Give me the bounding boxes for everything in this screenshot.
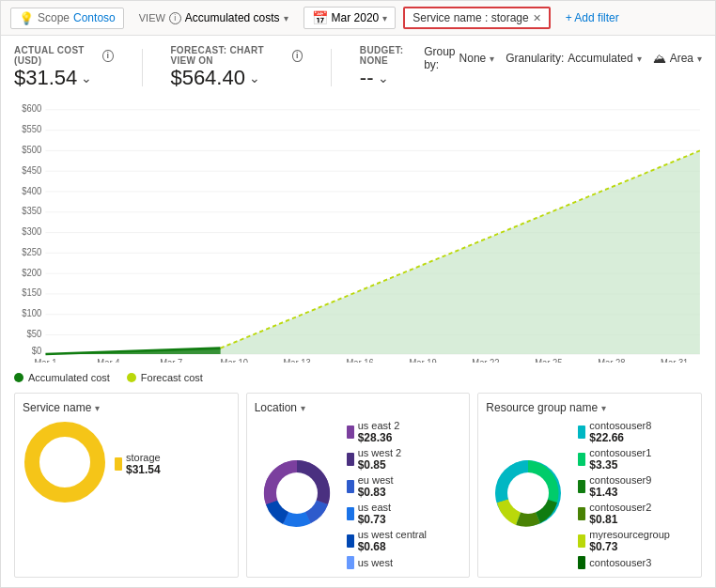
granularity-control[interactable]: Granularity: Accumulated ▾ bbox=[506, 52, 641, 65]
resource-group-caret: ▾ bbox=[601, 403, 606, 413]
rg-entry-user1: contosouser1 $3.35 bbox=[578, 447, 670, 472]
chart-svg: $600 $550 $500 $450 $400 $350 $300 $250 … bbox=[14, 98, 702, 363]
main-container: 💡 Scope Contoso VIEW i Accumulated costs… bbox=[0, 0, 716, 588]
forecast-legend-label: Forecast cost bbox=[141, 372, 203, 383]
loc-entry-uswest2: us west 2 $0.85 bbox=[347, 447, 427, 472]
svg-text:$550: $550 bbox=[22, 122, 41, 134]
user1-label: contosouser1 bbox=[589, 447, 651, 458]
svg-text:$300: $300 bbox=[22, 224, 41, 237]
location-header[interactable]: Location ▾ bbox=[255, 401, 462, 414]
calendar-icon: 📅 bbox=[312, 10, 328, 25]
service-name-header[interactable]: Service name ▾ bbox=[23, 401, 230, 414]
loc-entry-useast2: us east 2 $28.36 bbox=[347, 420, 427, 444]
view-type-caret: ▾ bbox=[697, 54, 702, 64]
svg-point-42 bbox=[507, 472, 549, 514]
filter-close-icon[interactable]: ✕ bbox=[533, 12, 541, 24]
useast-label: us east bbox=[358, 502, 391, 513]
resource-donut bbox=[486, 451, 570, 538]
forecast-value: $564.40 ⌄ bbox=[170, 66, 303, 90]
view-caret: ▾ bbox=[284, 13, 288, 23]
svg-text:Mar 7: Mar 7 bbox=[160, 356, 182, 363]
chart-legend: Accumulated cost Forecast cost bbox=[14, 368, 702, 387]
svg-text:Mar 10: Mar 10 bbox=[221, 356, 248, 363]
location-caret: ▾ bbox=[301, 403, 305, 413]
rg-entry-user8: contosouser8 $22.66 bbox=[578, 420, 670, 444]
service-name-card: Service name ▾ storage bbox=[14, 393, 239, 578]
storage-color bbox=[115, 457, 122, 471]
euwest-amount: $0.83 bbox=[358, 486, 394, 499]
resource-group-header[interactable]: Resource group name ▾ bbox=[486, 401, 693, 414]
forecast-area bbox=[45, 150, 699, 354]
svg-text:$450: $450 bbox=[22, 163, 41, 176]
view-selector[interactable]: VIEW i Accumulated costs ▾ bbox=[132, 8, 296, 27]
add-filter-label: + Add filter bbox=[566, 11, 619, 24]
svg-text:$200: $200 bbox=[22, 266, 41, 278]
user2-label: contosouser2 bbox=[589, 502, 651, 513]
add-filter-button[interactable]: + Add filter bbox=[558, 8, 627, 27]
view-value: Accumulated costs bbox=[185, 11, 280, 24]
forecast-label: FORECAST: CHART VIEW ON i bbox=[170, 45, 303, 66]
useast2-amount: $28.36 bbox=[358, 431, 400, 444]
accumulated-dot bbox=[14, 373, 23, 382]
loc-entry-uswest: us west bbox=[347, 556, 427, 569]
svg-point-38 bbox=[44, 441, 86, 483]
view-type-control[interactable]: ⛰ Area ▾ bbox=[653, 51, 702, 66]
service-name-title: Service name bbox=[23, 401, 91, 414]
y-axis: $600 $550 $500 $450 $400 $350 $300 $250 … bbox=[22, 101, 41, 356]
svg-text:Mar 4: Mar 4 bbox=[97, 356, 119, 363]
user1-color bbox=[578, 453, 585, 466]
group-by-value: None bbox=[459, 52, 487, 65]
user9-color bbox=[578, 480, 585, 493]
user3-label: contosouser3 bbox=[589, 557, 651, 568]
chart-controls: Group by: None ▾ Granularity: Accumulate… bbox=[424, 45, 702, 71]
uswest2-color bbox=[347, 453, 354, 466]
actual-info-icon[interactable]: i bbox=[102, 50, 113, 62]
user2-color bbox=[578, 507, 585, 520]
budget-label: BUDGET: NONE bbox=[360, 45, 424, 66]
legend-forecast: Forecast cost bbox=[127, 372, 203, 383]
user3-color bbox=[578, 556, 585, 569]
service-donut bbox=[23, 420, 107, 507]
area-chart-icon: ⛰ bbox=[653, 51, 666, 66]
svg-point-40 bbox=[276, 472, 318, 514]
loc-entry-euwest: eu west $0.83 bbox=[347, 474, 427, 499]
user8-amount: $22.66 bbox=[589, 431, 651, 444]
main-content: ACTUAL COST (USD) i $31.54 ⌄ FORECAST: C… bbox=[1, 36, 715, 587]
loc-entry-useast: us east $0.73 bbox=[347, 502, 427, 526]
service-legend-list: storage $31.54 bbox=[115, 452, 161, 476]
resource-group-card: Resource group name ▾ bbox=[477, 393, 702, 578]
group-by-caret: ▾ bbox=[490, 54, 494, 64]
cards-row: Service name ▾ storage bbox=[14, 393, 702, 578]
service-name-caret: ▾ bbox=[95, 403, 100, 413]
metric-divider2 bbox=[331, 49, 332, 86]
location-content: us east 2 $28.36 us west 2 $0.85 bbox=[255, 420, 462, 569]
scope-label: Scope bbox=[38, 11, 70, 24]
euwest-color bbox=[347, 480, 354, 493]
forecast-caret: ⌄ bbox=[249, 70, 260, 85]
user9-amount: $1.43 bbox=[589, 486, 651, 499]
view-info-icon[interactable]: i bbox=[169, 12, 181, 24]
rg-entry-user2: contosouser2 $0.81 bbox=[578, 502, 670, 526]
svg-text:$350: $350 bbox=[22, 204, 41, 216]
date-selector[interactable]: 📅 Mar 2020 ▾ bbox=[304, 7, 397, 29]
useast2-label: us east 2 bbox=[358, 420, 400, 431]
date-caret: ▾ bbox=[382, 13, 387, 23]
user1-amount: $3.35 bbox=[589, 458, 651, 472]
scope-selector[interactable]: 💡 Scope Contoso bbox=[10, 8, 124, 29]
user8-label: contosouser8 bbox=[589, 420, 651, 431]
filter-label: Service name : storage bbox=[412, 11, 528, 24]
actual-cost-label: ACTUAL COST (USD) i bbox=[14, 45, 114, 66]
active-filter[interactable]: Service name : storage ✕ bbox=[403, 7, 550, 29]
view-label: VIEW bbox=[139, 12, 165, 23]
scope-icon: 💡 bbox=[19, 11, 34, 25]
granularity-caret: ▾ bbox=[637, 54, 642, 64]
actual-cost-block: ACTUAL COST (USD) i $31.54 ⌄ bbox=[14, 45, 114, 90]
resource-legend-list: contosouser8 $22.66 contosouser1 $3.35 bbox=[578, 420, 670, 569]
group-by-label: Group by: bbox=[424, 45, 455, 71]
date-value: Mar 2020 bbox=[332, 11, 380, 24]
forecast-info-icon[interactable]: i bbox=[292, 50, 303, 62]
location-donut bbox=[255, 451, 339, 538]
uswestcentral-amount: $0.68 bbox=[358, 540, 427, 553]
group-by-control[interactable]: Group by: None ▾ bbox=[424, 45, 494, 71]
svg-text:$50: $50 bbox=[27, 327, 42, 339]
